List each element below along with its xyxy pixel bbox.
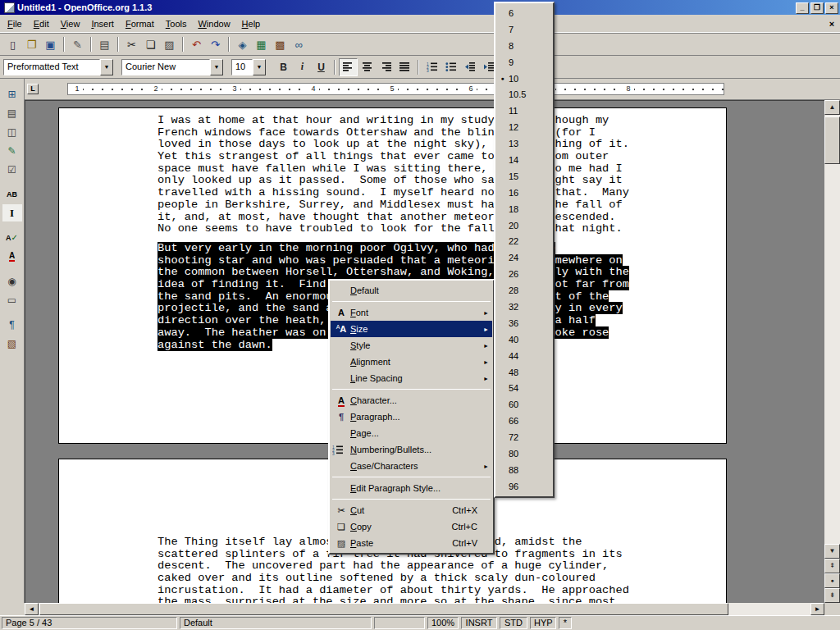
scroll-right-icon[interactable]: ► [810, 603, 824, 615]
vertical-scrollbar[interactable]: ▲ ▼ ⇞ ● ⇟ [824, 100, 840, 603]
menu-view[interactable]: View [55, 16, 86, 31]
size-option-44[interactable]: 44 [496, 348, 552, 364]
size-option-66[interactable]: 66 [496, 413, 552, 429]
size-option-24[interactable]: 24 [496, 249, 552, 266]
status-hyperlink-mode[interactable]: HYP [530, 617, 556, 629]
scroll-up-icon[interactable]: ▲ [824, 100, 840, 115]
tab-stop-selector[interactable]: L [27, 84, 39, 94]
auto-spellcheck-button[interactable]: A [2, 248, 22, 265]
paste-button[interactable]: ▨ [160, 35, 179, 53]
font-name-combo[interactable]: Courier New ▼ [121, 59, 225, 75]
underline-button[interactable]: U [312, 58, 331, 76]
align-center-button[interactable] [358, 58, 377, 76]
size-option-7[interactable]: 7 [496, 21, 552, 38]
status-selection-mode[interactable]: STD [500, 617, 527, 629]
menu-help[interactable]: Help [236, 16, 267, 31]
menu-item-style[interactable]: Style► [331, 337, 492, 354]
menu-file[interactable]: File [2, 16, 28, 31]
hyperlink-button[interactable]: ∞ [290, 35, 308, 53]
size-option-22[interactable]: 22 [496, 233, 552, 249]
size-option-11[interactable]: 11 [496, 103, 552, 119]
menu-item-alignment[interactable]: Alignment► [331, 354, 492, 370]
stylist-button[interactable]: ▦ [252, 35, 271, 53]
print-file-button[interactable]: ▤ [95, 35, 114, 53]
size-option-26[interactable]: 26 [496, 266, 552, 282]
find-replace-button[interactable]: ◉ [2, 272, 22, 290]
menu-item-default[interactable]: Default [331, 282, 492, 299]
navigator-button[interactable]: ◈ [233, 35, 252, 53]
size-option-12[interactable]: 12 [496, 119, 552, 135]
align-left-button[interactable] [339, 58, 358, 76]
scroll-down-icon[interactable]: ▼ [824, 544, 840, 559]
navigation-button[interactable]: ● [824, 573, 840, 588]
size-option-28[interactable]: 28 [496, 282, 552, 299]
size-option-6[interactable]: 6 [496, 5, 552, 21]
insert-object-button[interactable]: ◫ [2, 123, 22, 140]
scroll-left-icon[interactable]: ◄ [25, 603, 39, 615]
size-option-48[interactable]: 48 [496, 364, 552, 381]
save-file-button[interactable]: ▣ [41, 35, 60, 53]
status-zoom[interactable]: 100% [427, 617, 459, 629]
status-page-style[interactable]: Default [180, 617, 372, 629]
menu-item-font[interactable]: AFont► [331, 304, 492, 321]
size-option-80[interactable]: 80 [496, 445, 552, 462]
insert-frame-button[interactable]: ▭ [2, 291, 22, 308]
close-button[interactable]: × [825, 2, 838, 14]
autotext-button[interactable]: AB [2, 185, 22, 203]
undo-button[interactable]: ↶ [187, 35, 206, 53]
titlebar[interactable]: Untitled1 - OpenOffice.org 1.1.3 _❐× [0, 0, 840, 15]
status-modified-flag[interactable]: * [559, 617, 572, 629]
menu-edit[interactable]: Edit [28, 16, 55, 31]
size-option-54[interactable]: 54 [496, 380, 552, 396]
decrease-indent-button[interactable] [460, 58, 479, 76]
bullets-on-off-button[interactable] [441, 58, 460, 76]
horizontal-scroll-thumb[interactable] [39, 603, 728, 615]
minimize-button[interactable]: _ [796, 2, 809, 14]
menu-item-character[interactable]: ACharacter... [331, 392, 492, 409]
redo-button[interactable]: ↷ [206, 35, 225, 53]
menu-item-copy[interactable]: ❏CopyCtrl+C [331, 518, 492, 535]
menu-item-paste[interactable]: ▨PasteCtrl+V [331, 535, 492, 551]
size-option-16[interactable]: 16 [496, 185, 552, 201]
form-functions-button[interactable]: ☑ [2, 161, 22, 178]
ruler[interactable]: L 12345678 [25, 79, 840, 100]
document-close-button[interactable]: × [825, 19, 838, 29]
insert-fields-button[interactable]: ▤ [2, 104, 22, 121]
menu-item-edit-paragraph-style[interactable]: Edit Paragraph Style... [331, 480, 492, 496]
italic-button[interactable]: i [293, 58, 312, 76]
size-option-8[interactable]: 8 [496, 38, 552, 54]
copy-button[interactable]: ❏ [141, 35, 160, 53]
menu-item-case-characters[interactable]: Case/Characters► [331, 458, 492, 474]
menu-item-size[interactable]: AASize► [331, 321, 492, 337]
spellcheck-button[interactable]: A✓ [2, 229, 22, 246]
direct-cursor-button[interactable]: I [2, 204, 22, 221]
size-option-13[interactable]: 13 [496, 135, 552, 152]
menu-item-cut[interactable]: ✂CutCtrl+X [331, 502, 492, 518]
gallery-button[interactable]: ▩ [271, 35, 290, 53]
align-justify-button[interactable] [395, 58, 414, 76]
menu-tools[interactable]: Tools [160, 16, 193, 31]
size-option-72[interactable]: 72 [496, 429, 552, 445]
align-right-button[interactable] [377, 58, 395, 76]
font-size-combo[interactable]: 10 ▼ [231, 59, 267, 75]
size-option-32[interactable]: 32 [496, 299, 552, 315]
menu-format[interactable]: Format [120, 16, 160, 31]
vertical-scroll-thumb[interactable] [824, 116, 840, 164]
menu-item-page[interactable]: Page... [331, 425, 492, 441]
horizontal-scrollbar[interactable]: ◄ ► [25, 603, 824, 615]
new-document-button[interactable]: ▯ [3, 35, 22, 53]
size-option-10[interactable]: ●10 [496, 71, 552, 87]
insert-table-button[interactable]: ⊞ [2, 85, 22, 103]
next-page-button[interactable]: ⇟ [824, 588, 840, 603]
status-page-indicator[interactable]: Page 5 / 43 [2, 617, 177, 629]
paragraph-style-dropdown-icon[interactable]: ▼ [100, 59, 113, 75]
menu-insert[interactable]: Insert [85, 16, 120, 31]
size-option-96[interactable]: 96 [496, 478, 552, 495]
font-name-dropdown-icon[interactable]: ▼ [210, 59, 223, 75]
size-option-60[interactable]: 60 [496, 396, 552, 413]
size-option-10-5[interactable]: 10.5 [496, 86, 552, 103]
size-option-88[interactable]: 88 [496, 462, 552, 478]
size-option-40[interactable]: 40 [496, 331, 552, 348]
font-name-value[interactable]: Courier New [121, 59, 210, 75]
font-size-value[interactable]: 10 [231, 59, 253, 75]
